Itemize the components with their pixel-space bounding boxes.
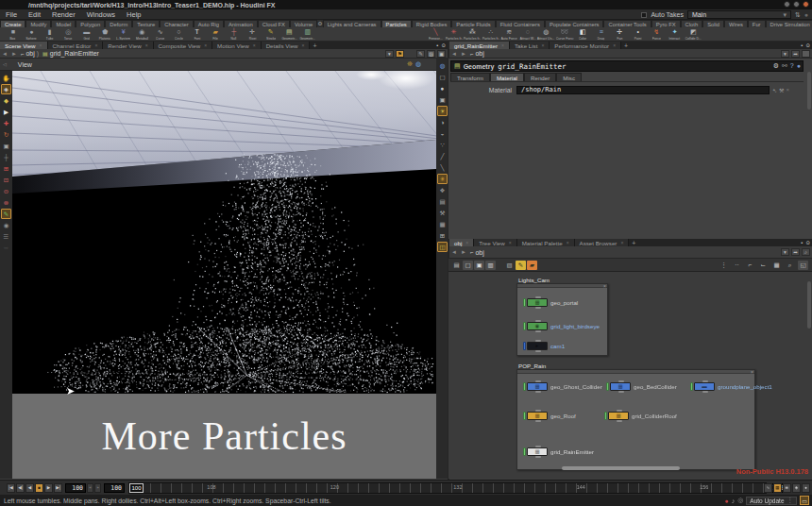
snap-point-icon[interactable]: ⊙ [1,186,11,196]
shelf-tab[interactable]: Deform [105,20,132,27]
group-list-icon[interactable]: ▤ [437,196,448,207]
shelf-tab[interactable]: Solid [702,20,724,27]
shelf-tab[interactable]: Modify [25,20,51,27]
paste-icon[interactable]: ▥ [485,261,496,270]
frame-icon[interactable]: ▣ [437,50,446,58]
node-icon[interactable]: ◉ [527,322,548,330]
display-options-icon[interactable]: ⚒ [437,208,448,218]
comb-tool-icon[interactable]: ☰ [1,231,11,242]
stroke-tool[interactable]: ✎ Stroke [262,27,280,42]
network-vscrollbar[interactable] [807,281,811,329]
visibility-tool-icon[interactable]: ➥ [1,243,11,253]
grid-tool[interactable]: ▬ Grid [77,27,96,42]
more-icon[interactable]: ⋮ [719,261,729,270]
new-tab-icon[interactable]: ▢ [463,261,473,270]
node-flag[interactable] [523,298,526,307]
back-arrow-icon[interactable]: ◄ [2,51,8,57]
connector-icon[interactable]: ⌐ [745,261,755,270]
root-icon[interactable]: ⌐ [470,51,474,57]
null-tool[interactable]: ┼ Null [225,27,244,42]
node-flag[interactable] [523,342,526,350]
particles-from-surface-tool[interactable]: ⁂ Particles fr... [464,27,482,42]
node-icon[interactable]: ▸ [527,342,548,350]
pane-float-icon[interactable]: ⊙ [805,42,810,48]
lsystem-tool[interactable]: ¥ L-System [114,27,133,42]
pane-tab[interactable]: Render View [103,42,153,49]
camera-lock-icon[interactable]: ▢ [437,72,448,82]
playback-options-icon[interactable]: ▦ [773,483,782,493]
gear-icon[interactable]: ⚙ [773,62,779,70]
font-tool[interactable]: T Font [188,27,207,42]
node-geo-portal[interactable]: ▦ geo_portal [523,297,578,307]
shelf-tab[interactable]: Lights and Cameras [323,20,381,27]
pane-tab[interactable]: Scene View [0,42,48,49]
magnify-icon[interactable]: ⌕ [785,261,795,270]
collide-tool[interactable]: ◩ Collide D... [685,27,703,42]
sphere-tool[interactable]: ● Sphere [23,27,42,42]
node-icon[interactable]: ▬ [694,382,715,391]
take-list-icon[interactable]: ⇅ [795,11,801,19]
network-box-pop-rain[interactable]: POP_Rain × ▦ geo_Ghost_Collider ▦ geo_Be… [516,369,755,470]
color-palette-icon[interactable]: ✎ [516,261,526,270]
ghost-objects-icon[interactable]: ◒ [437,128,448,139]
pose-tool-icon[interactable]: ┼ [1,152,11,162]
file-tool[interactable]: ▰ File [207,27,226,42]
frame-field-2[interactable]: 100 [104,483,125,493]
frame-view-icon[interactable]: ▣ [437,94,448,105]
node-grid-colliderroof[interactable]: ▦ grid_ColliderRoof [604,411,677,420]
shelf-tab[interactable]: Fluid Containers [496,20,545,27]
shelf-tab[interactable]: Model [51,20,76,27]
sculpt-tool-icon[interactable]: ◉ [1,220,11,230]
sync-icon[interactable]: ◎ [737,497,743,504]
node-icon[interactable]: ▦ [527,298,548,307]
node-label[interactable]: geo_BedCollider [634,383,677,390]
jump-to-start-button[interactable]: |◀ [7,483,15,493]
box-collapse-icon[interactable]: × [603,283,606,289]
jump-icon[interactable]: ⚯ [782,62,787,70]
forward-arrow-icon[interactable]: ► [11,51,17,57]
lock-icon[interactable] [802,50,810,58]
audio-icon[interactable]: ♪ [732,498,736,504]
pane-tab[interactable]: Details View [262,42,311,49]
add-tab-icon[interactable]: + [621,42,631,49]
shelf-tab[interactable]: Wires [724,20,748,27]
open-floating-icon[interactable]: ⚒ [779,87,784,93]
play-reverse-button[interactable]: ◀ [25,483,34,493]
auto-update-selector[interactable]: Auto Update ⋮ [746,497,797,505]
curve-tool[interactable]: ∿ Curve [151,27,170,42]
display-sprites-icon[interactable]: ❖ [437,185,448,195]
network-box-header[interactable] [517,284,607,288]
rivet-tool[interactable]: ✛ Rivet [244,27,262,42]
shelf-tab[interactable]: Cloud FX [258,20,290,27]
shelf-tab[interactable]: Particle Fluids [451,20,495,27]
node-label[interactable]: geo_Roof [550,413,576,419]
close-button[interactable] [803,1,809,8]
force-tool[interactable]: ↯ Force [648,27,667,42]
auto-takes-checkbox[interactable] [641,12,647,18]
keyframe-options-icon[interactable]: ◈ [792,483,801,493]
pane-tab[interactable]: Material Palette [517,239,575,246]
search-icon[interactable]: ⌕ [802,248,810,256]
arrange-icon[interactable]: ⌙ [758,261,769,270]
node-flag[interactable] [690,382,693,391]
pane-tab[interactable]: Performance Monitor [550,42,621,49]
shelf-tab[interactable]: Polygon [76,20,105,27]
help-icon[interactable]: ? [790,62,794,70]
pane-float-icon[interactable]: ⊙ [805,240,810,245]
box-tool[interactable]: ■ Box [4,27,23,42]
interact-tool[interactable]: ✦ Interact [666,27,685,42]
forward-arrow-icon[interactable]: ► [461,51,466,57]
pane-split-icon[interactable]: ▪ [801,42,803,48]
node-flag[interactable] [523,412,526,420]
node-icon[interactable]: ▦ [527,447,548,456]
attract-using-tool[interactable]: ◍ Attract Us... [537,27,556,42]
pin-icon[interactable]: ✎ [416,50,425,58]
metaball-tool[interactable]: ◉ Metaball [133,27,152,42]
pane-tab[interactable]: grid_RainEmitter [449,42,510,49]
display-points-icon[interactable]: ∵ [437,140,448,150]
network-box-title[interactable]: POP_Rain [518,363,546,369]
param-scrollbar[interactable] [807,72,811,110]
add-tab-icon[interactable]: + [629,239,638,246]
audio-panel-icon[interactable]: ≣ [783,483,791,493]
shelf-tab[interactable]: Animation [224,20,258,27]
